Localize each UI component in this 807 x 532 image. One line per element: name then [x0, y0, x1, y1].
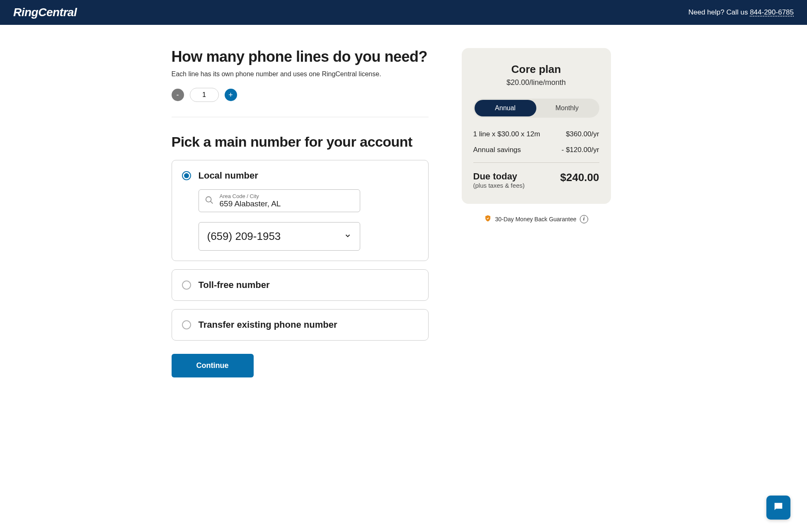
- summary-savings: Annual savings - $120.00/yr: [473, 146, 599, 154]
- section-divider: [172, 117, 429, 117]
- guarantee-text: 30-Day Money Back Guarantee: [495, 216, 576, 222]
- search-value: 659 Alabaster, AL: [220, 199, 354, 208]
- radio-tollfree[interactable]: [182, 281, 191, 290]
- plan-title: Core plan: [473, 63, 599, 76]
- area-code-search[interactable]: Area Code / City 659 Alabaster, AL: [199, 189, 360, 212]
- help-label: Need help? Call us: [688, 8, 750, 16]
- phone-number-select[interactable]: (659) 209-1953: [199, 222, 360, 251]
- summary-line-item: 1 line x $30.00 x 12m $360.00/yr: [473, 130, 599, 138]
- guarantee-row: 30-Day Money Back Guarantee i: [462, 215, 611, 223]
- summary-divider: [473, 162, 599, 163]
- search-icon: [205, 196, 214, 206]
- shield-check-icon: [484, 215, 492, 223]
- due-label: Due today: [473, 171, 525, 182]
- savings-label: Annual savings: [473, 146, 521, 154]
- radio-local[interactable]: [182, 171, 191, 180]
- lines-heading: How many phone lines do you need?: [172, 48, 429, 65]
- billing-toggle: Annual Monthly: [473, 99, 599, 118]
- app-header: RingCentral Need help? Call us 844-290-6…: [0, 0, 807, 25]
- search-label: Area Code / City: [220, 193, 354, 199]
- option-transfer-label: Transfer existing phone number: [199, 319, 337, 330]
- billing-annual[interactable]: Annual: [475, 100, 536, 116]
- plan-price: $20.00/line/month: [473, 78, 599, 87]
- brand-logo[interactable]: RingCentral: [13, 6, 77, 19]
- svg-line-1: [210, 201, 213, 203]
- due-amount: $240.00: [560, 171, 599, 184]
- help-text: Need help? Call us 844-290-6785: [688, 8, 794, 17]
- chevron-down-icon: [344, 232, 351, 241]
- option-tollfree-number[interactable]: Toll-free number: [172, 269, 429, 301]
- due-today-row: Due today (plus taxes & fees) $240.00: [473, 171, 599, 189]
- increment-button[interactable]: +: [225, 89, 237, 101]
- savings-value: - $120.00/yr: [562, 146, 599, 154]
- selected-number: (659) 209-1953: [207, 230, 281, 242]
- svg-point-0: [206, 196, 211, 202]
- line-item-value: $360.00/yr: [566, 130, 599, 138]
- number-heading: Pick a main number for your account: [172, 134, 429, 150]
- continue-button[interactable]: Continue: [172, 354, 254, 377]
- option-transfer-number[interactable]: Transfer existing phone number: [172, 309, 429, 341]
- radio-transfer[interactable]: [182, 320, 191, 329]
- option-tollfree-label: Toll-free number: [199, 280, 270, 290]
- billing-monthly[interactable]: Monthly: [536, 100, 598, 116]
- option-local-label: Local number: [199, 170, 258, 181]
- line-count-input[interactable]: [190, 88, 219, 102]
- info-icon[interactable]: i: [580, 215, 588, 223]
- order-summary: Core plan $20.00/line/month Annual Month…: [462, 48, 611, 204]
- option-local-number[interactable]: Local number Area Code / City 659 Alabas…: [172, 160, 429, 261]
- help-phone-link[interactable]: 844-290-6785: [750, 8, 794, 16]
- line-item-label: 1 line x $30.00 x 12m: [473, 130, 540, 138]
- lines-subheading: Each line has its own phone number and u…: [172, 70, 429, 78]
- due-sub: (plus taxes & fees): [473, 182, 525, 189]
- line-count-stepper: - +: [172, 88, 429, 102]
- decrement-button[interactable]: -: [172, 89, 184, 101]
